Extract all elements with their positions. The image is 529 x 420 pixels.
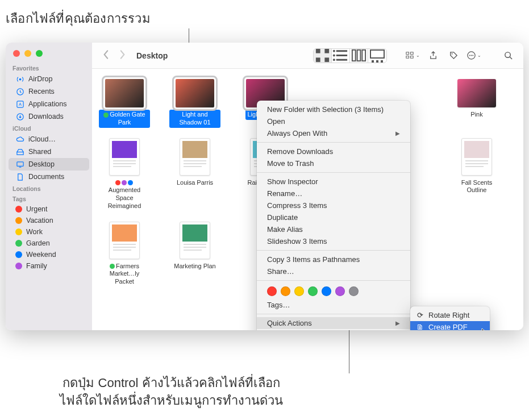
svg-rect-19 <box>362 50 365 61</box>
rotate-icon: ⟳ <box>416 311 424 319</box>
sidebar-item-downloads[interactable]: Downloads <box>9 110 89 123</box>
svg-line-34 <box>510 57 512 59</box>
ctx-duplicate[interactable]: Duplicate <box>257 211 410 223</box>
sidebar-item-label: Documents <box>28 173 64 181</box>
ctx-slideshow[interactable]: Slideshow 3 Items <box>257 235 410 247</box>
desktop-icon <box>15 160 24 169</box>
icloud-icon <box>15 135 24 144</box>
sidebar-item-label: Family <box>26 262 47 270</box>
view-switcher <box>313 48 387 63</box>
close-button[interactable] <box>13 50 20 57</box>
ctx-compress[interactable]: Compress 3 Items <box>257 199 410 211</box>
ctx-quick-actions[interactable]: Quick Actions▶ <box>257 317 410 329</box>
ctx-remove-downloads[interactable]: Remove Downloads <box>257 145 410 157</box>
file-thumbnail <box>461 138 492 176</box>
list-view-button[interactable] <box>332 49 350 63</box>
location-title: Desktop <box>136 51 168 60</box>
sub-rotate-right[interactable]: ⟳Rotate Right <box>410 309 490 321</box>
sidebar-item-label: Desktop <box>28 160 55 168</box>
ctx-new-folder[interactable]: New Folder with Selection (3 Items) <box>257 103 410 115</box>
tag-color-swatch[interactable] <box>349 286 359 296</box>
zoom-button[interactable] <box>36 50 43 57</box>
separator <box>257 280 410 281</box>
ctx-open[interactable]: Open <box>257 115 410 127</box>
ctx-move-trash[interactable]: Move to Trash <box>257 157 410 169</box>
svg-text:A: A <box>18 102 21 107</box>
file-name-label: Marketing Plan <box>172 261 218 272</box>
tag-color-swatch[interactable] <box>335 286 345 296</box>
separator <box>257 142 410 143</box>
sidebar-item-recents[interactable]: Recents <box>9 85 89 98</box>
svg-point-33 <box>505 52 510 57</box>
file-name-label: Fall Scents Outline <box>451 178 502 196</box>
svg-point-0 <box>19 78 21 80</box>
file-item[interactable]: Pink <box>451 79 502 128</box>
sidebar-item-urgent[interactable]: Urgent <box>9 203 89 215</box>
annotation-top: เลือกไฟล์ที่คุณต้องการรวม <box>6 9 151 28</box>
file-thumbnail <box>109 222 140 259</box>
tag-color-swatch[interactable] <box>267 286 277 296</box>
file-item[interactable]: Marketing Plan <box>169 222 220 287</box>
svg-point-16 <box>333 59 335 61</box>
group-button[interactable]: ⌄ <box>404 49 421 63</box>
search-button[interactable] <box>499 49 516 63</box>
svg-rect-18 <box>357 50 361 61</box>
sidebar-item-work[interactable]: Work <box>9 226 89 238</box>
ctx-rename[interactable]: Rename… <box>257 188 410 199</box>
annotation-bottom-line2: ไฟล์ใดไฟล์หนึ่งสำหรับเมนูการทำงานด่วน <box>60 392 283 410</box>
sidebar-item-airdrop[interactable]: AirDrop <box>9 73 89 85</box>
toolbar: Desktop ⌄ ⌄ <box>92 43 523 69</box>
downloads-icon <box>15 112 24 121</box>
sidebar-item-label: Shared <box>28 148 51 156</box>
ctx-copy-pathnames[interactable]: Copy 3 Items as Pathnames <box>257 253 410 265</box>
file-item[interactable]: Farmers Market…ly Packet <box>99 222 150 287</box>
sidebar-item-icloud-[interactable]: iCloud… <box>9 133 89 145</box>
annotation-bottom: กดปุ่ม Control ค้างไว้แล้วคลิกไฟล์ที่เลื… <box>60 375 283 410</box>
sidebar-item-weekend[interactable]: Weekend <box>9 249 89 260</box>
back-button[interactable] <box>102 49 110 61</box>
share-button[interactable] <box>424 49 441 63</box>
gallery-view-button[interactable] <box>368 49 386 63</box>
pdf-icon: 🗎 <box>416 323 424 330</box>
tag-dot-icon <box>15 217 22 224</box>
main-panel: Desktop ⌄ ⌄ Golden Gate ParkLight and Sh… <box>92 43 523 330</box>
file-item[interactable]: Fall Scents Outline <box>451 138 502 211</box>
ctx-share[interactable]: Share… <box>257 265 410 277</box>
file-item[interactable]: Augmented Space Reimagined <box>99 138 150 211</box>
svg-point-14 <box>333 50 335 52</box>
tag-color-swatch[interactable] <box>322 286 331 296</box>
icon-view-button[interactable] <box>314 49 332 63</box>
file-name-label: Augmented Space Reimagined <box>99 178 150 211</box>
forward-button[interactable] <box>118 49 126 61</box>
sidebar-item-garden[interactable]: Garden <box>9 238 89 249</box>
sidebar-item-desktop[interactable]: Desktop <box>9 158 89 171</box>
sidebar-item-vacation[interactable]: Vacation <box>9 215 89 226</box>
file-item[interactable]: Louisa Parris <box>169 138 220 211</box>
sidebar-item-label: Weekend <box>26 251 56 259</box>
file-item[interactable]: Light and Shadow 01 <box>169 79 220 128</box>
sub-create-pdf[interactable]: 🗎Create PDF <box>410 321 490 330</box>
tag-button[interactable] <box>445 49 462 63</box>
ctx-make-alias[interactable]: Make Alias <box>257 223 410 235</box>
tag-color-swatch[interactable] <box>281 286 290 296</box>
tag-dot-icon <box>15 251 22 258</box>
separator <box>257 314 410 314</box>
sidebar-item-family[interactable]: Family <box>9 260 89 272</box>
ctx-tags[interactable]: Tags… <box>257 299 410 311</box>
tag-color-swatch[interactable] <box>308 286 318 296</box>
file-name-label: Pink <box>468 110 485 120</box>
sidebar-item-shared[interactable]: Shared <box>9 145 89 158</box>
ctx-always-open[interactable]: Always Open With▶ <box>257 127 410 139</box>
column-view-button[interactable] <box>350 49 368 63</box>
more-button[interactable]: ⌄ <box>465 49 482 63</box>
ctx-show-inspector[interactable]: Show Inspector <box>257 176 410 188</box>
file-item[interactable]: Golden Gate Park <box>99 79 150 128</box>
sidebar-item-applications[interactable]: AApplications <box>9 98 89 110</box>
file-name-label: Golden Gate Park <box>99 110 150 128</box>
minimize-button[interactable] <box>24 50 31 57</box>
file-area[interactable]: Golden Gate ParkLight and Shadow 01Light… <box>92 69 523 330</box>
recents-icon <box>15 87 24 96</box>
tag-color-swatch[interactable] <box>294 286 304 296</box>
sidebar-item-documents[interactable]: Documents <box>9 171 89 183</box>
svg-rect-9 <box>316 57 320 62</box>
